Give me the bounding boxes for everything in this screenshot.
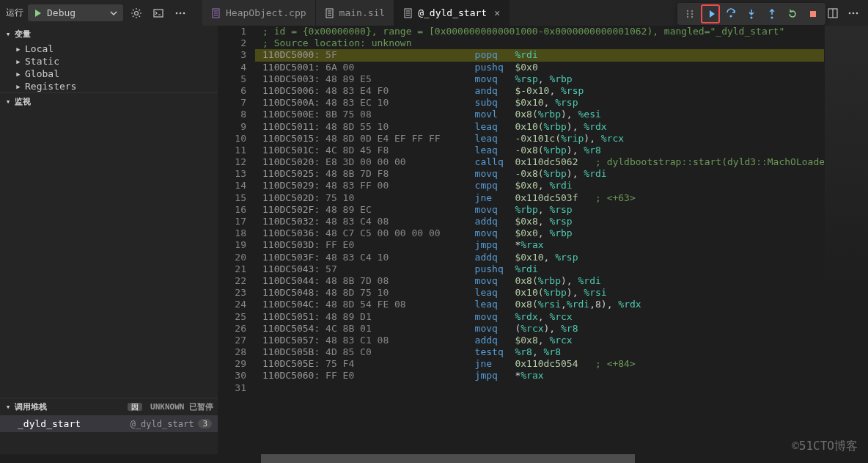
frame-source: @_dyld_start: [130, 419, 194, 429]
chevron-down-icon: ▾: [4, 29, 12, 39]
tab-label: main.sil: [339, 7, 386, 18]
frame-name: _dyld_start: [18, 418, 81, 429]
callstack-paused: 已暂停: [189, 402, 213, 412]
line-gutter: 1234567891011121314151617181920212223242…: [218, 26, 255, 454]
file-icon: [211, 8, 221, 18]
chevron-right-icon: ▸: [15, 43, 22, 54]
svg-point-9: [691, 10, 693, 12]
grip-icon[interactable]: [680, 4, 699, 23]
variables-title: 变量: [15, 29, 31, 40]
scrollbar-thumb[interactable]: [261, 454, 635, 463]
svg-point-2: [176, 12, 178, 14]
chevron-right-icon: ▸: [15, 68, 22, 79]
svg-point-15: [751, 17, 753, 19]
variable-scope[interactable]: ▸Local: [0, 43, 218, 55]
main-area: ▾ 变量 ▸Local▸Static▸Global▸Registers ▾ 监视…: [0, 26, 868, 454]
more-editor-icon[interactable]: [845, 4, 862, 22]
horizontal-scrollbar[interactable]: [218, 454, 868, 463]
debug-console-icon[interactable]: [150, 4, 167, 22]
step-out-button[interactable]: [762, 4, 781, 23]
callstack-frame[interactable]: _dyld_start @_dyld_start 3: [0, 415, 218, 432]
chevron-down-icon: ▾: [4, 402, 12, 412]
scope-label: Registers: [25, 81, 76, 92]
editor-tab[interactable]: @_dyld_start✕: [394, 0, 510, 26]
code-content[interactable]: ; id = {0x00000000}, range = [0x00000000…: [255, 26, 824, 454]
svg-point-13: [691, 16, 693, 18]
variable-scope[interactable]: ▸Static: [0, 55, 218, 68]
more-icon[interactable]: [172, 4, 189, 22]
tab-label: @_dyld_start: [418, 7, 487, 18]
debug-config-label: Debug: [47, 7, 76, 18]
svg-point-20: [849, 12, 851, 14]
chevron-right-icon: ▸: [15, 56, 22, 67]
top-bar: 运行 Debug HeapObject.cppmain.sil@_dyld_st…: [0, 0, 868, 26]
callstack-title: 调用堆栈: [15, 401, 47, 412]
callstack-badge: 因: [128, 403, 142, 411]
monitor-section-header[interactable]: ▾ 监视: [0, 93, 218, 110]
editor-tab[interactable]: main.sil: [316, 0, 395, 26]
chevron-down-icon: ▾: [4, 97, 12, 106]
callstack-reason: UNKNOWN: [150, 402, 184, 412]
step-over-button[interactable]: [721, 4, 740, 23]
variable-scope[interactable]: ▸Registers: [0, 80, 218, 92]
file-icon: [325, 8, 335, 18]
continue-button[interactable]: [701, 4, 720, 23]
file-icon: [403, 8, 413, 18]
variables-section-header[interactable]: ▾ 变量: [0, 26, 218, 43]
restart-button[interactable]: [783, 4, 802, 23]
variable-scope[interactable]: ▸Global: [0, 68, 218, 80]
stop-button[interactable]: [803, 4, 823, 23]
callstack-section-header[interactable]: ▾ 调用堆栈 因 UNKNOWN 已暂停: [0, 398, 218, 415]
close-icon[interactable]: ✕: [494, 7, 500, 18]
minimap[interactable]: [824, 26, 868, 454]
debug-toolbar: [677, 3, 825, 25]
scope-label: Global: [25, 68, 59, 79]
frame-line: 3: [198, 419, 212, 429]
svg-point-22: [856, 12, 858, 14]
monitor-title: 监视: [15, 96, 31, 107]
svg-point-10: [687, 13, 688, 15]
editor: 1234567891011121314151617181920212223242…: [218, 26, 868, 454]
gear-icon[interactable]: [128, 4, 145, 22]
svg-point-16: [771, 17, 773, 19]
scope-label: Static: [25, 56, 59, 67]
svg-point-12: [687, 16, 688, 18]
svg-point-21: [853, 12, 855, 14]
svg-point-4: [183, 12, 185, 14]
svg-rect-1: [154, 10, 163, 17]
step-into-button[interactable]: [742, 4, 761, 23]
run-label: 运行: [6, 7, 23, 19]
debug-sidebar: ▾ 变量 ▸Local▸Static▸Global▸Registers ▾ 监视…: [0, 26, 218, 454]
svg-point-14: [730, 15, 732, 18]
watermark: ©51CTO博客: [792, 439, 858, 454]
scope-label: Local: [25, 43, 54, 54]
chevron-right-icon: ▸: [15, 81, 22, 92]
editor-tabs: HeapObject.cppmain.sil@_dyld_start✕: [202, 0, 510, 26]
svg-rect-17: [810, 11, 816, 17]
svg-point-11: [691, 13, 693, 15]
svg-point-8: [687, 10, 688, 12]
split-editor-icon[interactable]: [824, 4, 842, 22]
debug-config-dropdown[interactable]: Debug: [28, 4, 123, 21]
play-icon: [34, 9, 43, 18]
chevron-down-icon: [110, 10, 117, 17]
svg-point-0: [135, 11, 139, 15]
svg-point-3: [180, 12, 182, 14]
editor-tab[interactable]: HeapObject.cpp: [202, 0, 316, 26]
tab-label: HeapObject.cpp: [226, 7, 306, 18]
